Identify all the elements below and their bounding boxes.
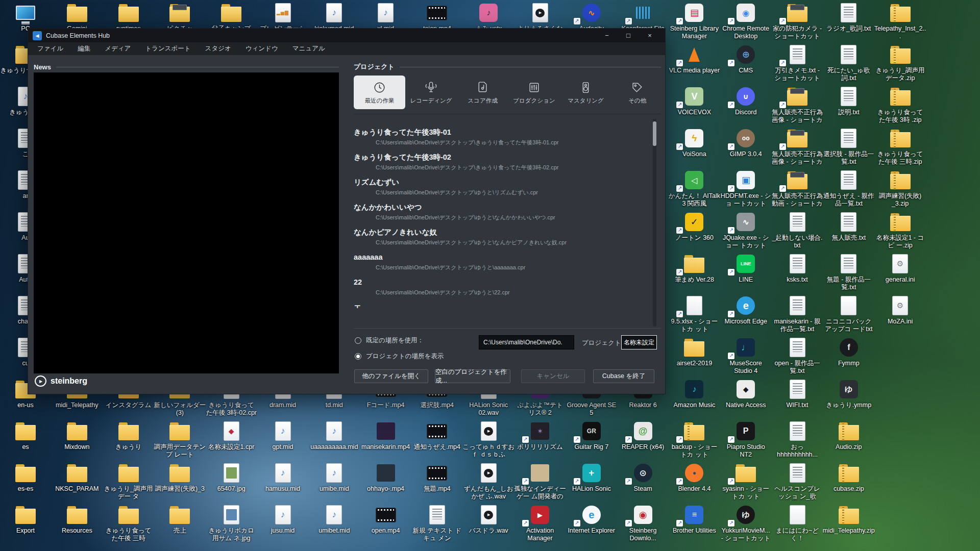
project-entry[interactable]: きゅうり食ってた午後3時-02C:\Users\malib\OneDrive\デ… bbox=[354, 153, 648, 171]
tab-mastering[interactable]: マスタリング bbox=[560, 76, 611, 109]
menu-media[interactable]: メディア bbox=[97, 44, 138, 53]
desktop-icon[interactable]: ↗無人販売不正行為 画像 - ショートカット bbox=[771, 128, 823, 166]
create-empty-project-button[interactable]: 空白のプロジェクトを作成... bbox=[435, 369, 510, 383]
desktop-icon[interactable]: 調声用データテンプ レート bbox=[154, 420, 206, 459]
default-path-field[interactable]: C:\Users\malib\OneDrive\Do. bbox=[479, 335, 574, 349]
desktop-icon[interactable]: ⚙MoZA.ini bbox=[874, 295, 926, 325]
desktop-icon[interactable]: ゆきゅうり.ymmp bbox=[823, 379, 875, 409]
desktop-icon[interactable]: ↗万引きメモ.txt - ショートカット bbox=[771, 44, 823, 82]
desktop-icon[interactable]: ♪uaaaaaaaaa.mid bbox=[308, 420, 360, 451]
quit-cubase-button[interactable]: Cubase を終了 bbox=[593, 369, 654, 383]
desktop-icon[interactable]: きゅうりボカロ用サム ネ.jpg bbox=[205, 504, 257, 542]
desktop-icon[interactable]: ◉↗Chrome Remote Desktop bbox=[720, 2, 772, 40]
desktop-icon[interactable]: きゅうり_調声用データ.zip bbox=[874, 44, 926, 82]
maximize-button[interactable]: □ bbox=[618, 29, 639, 42]
desktop-icon[interactable]: 死にたい_ゅ歌詞.txt bbox=[823, 44, 875, 82]
desktop-icon[interactable]: きゅうり bbox=[103, 420, 155, 451]
scrollbar-thumb[interactable] bbox=[653, 121, 656, 146]
tab-recent[interactable]: 最近の作業 bbox=[354, 76, 405, 109]
menu-transport[interactable]: トランスポート bbox=[138, 44, 198, 53]
desktop-icon[interactable]: ◉↗Steinberg Downlo... bbox=[617, 504, 669, 542]
desktop-icon[interactable]: Audio.zip bbox=[823, 420, 875, 451]
cancel-button[interactable]: キャンセル bbox=[521, 369, 585, 383]
desktop-icon[interactable]: 売上 bbox=[154, 504, 206, 535]
tab-other[interactable]: その他 bbox=[611, 76, 663, 109]
desktop-icon[interactable]: 名称未設定1 - コピ ー.zip bbox=[874, 211, 926, 249]
desktop-icon[interactable]: きゅうり食ってた午後 3時 .zip bbox=[874, 86, 926, 124]
desktop-icon[interactable]: ∪↗Discord bbox=[720, 86, 772, 116]
desktop-icon[interactable]: ohhayo-.mp4 bbox=[360, 462, 412, 493]
desktop-icon[interactable]: ↗無人販売不正行為 画像 - ショートカッ... bbox=[771, 86, 823, 124]
desktop-icon[interactable]: Resources bbox=[51, 504, 103, 535]
project-entry[interactable]: 22C:\Users\malib\OneDrive\デスクトップ\ゆうと\22.… bbox=[354, 278, 648, 296]
desktop-icon[interactable]: airset2-2019 bbox=[668, 337, 720, 367]
desktop-icon[interactable]: midi_Telepathy.zip bbox=[823, 504, 875, 535]
desktop-icon[interactable]: ゆ↗YukkuriMovieM... - ショートカット bbox=[720, 504, 772, 542]
project-entry[interactable]: なんかかわいいやつC:\Users\malib\OneDrive\デスクトップ\… bbox=[354, 203, 648, 221]
desktop-icon[interactable]: e↗Microsoft Edge bbox=[720, 295, 772, 325]
desktop-icon[interactable]: cubase.zip bbox=[823, 462, 875, 493]
desktop-icon[interactable]: きゅうり食ってた午後 三時.zip bbox=[874, 128, 926, 166]
menu-window[interactable]: ウィンドウ bbox=[238, 44, 285, 53]
desktop-icon[interactable]: ↗syasinn - ショートカ ット bbox=[720, 462, 772, 500]
desktop-icon[interactable]: ↗孤独なインディーゲー ム開発者の一生 ... bbox=[514, 462, 566, 501]
menu-edit[interactable]: 編集 bbox=[70, 44, 97, 53]
desktop-icon[interactable]: V↗VOICEVOX bbox=[668, 86, 720, 116]
desktop-icon[interactable]: @↗REAPER (x64) bbox=[617, 420, 669, 451]
desktop-icon[interactable]: ✓↗ノートン 360 bbox=[668, 211, 720, 242]
desktop-icon[interactable]: ♪Amazon Music bbox=[668, 379, 720, 409]
desktop-icon[interactable]: open.mp4 bbox=[360, 504, 412, 535]
desktop-icon[interactable]: 無人販売.txt bbox=[823, 211, 875, 242]
desktop-icon[interactable]: 通知うぜえ.mp4 bbox=[411, 420, 463, 451]
desktop-icon[interactable]: ▶ずんだもん_しおかぜ ふ.wav bbox=[462, 462, 514, 500]
menu-studio[interactable]: スタジオ bbox=[198, 44, 238, 53]
project-entry[interactable]: なんかピアノきれいな奴C:\Users\malib\OneDrive\デスクトッ… bbox=[354, 228, 648, 246]
desktop-icon[interactable]: +↗HALion Sonic bbox=[566, 462, 618, 493]
desktop-icon[interactable]: _起動しない場合. txt bbox=[771, 211, 823, 249]
desktop-icon[interactable]: ♪hamusu.mid bbox=[257, 462, 309, 493]
desktop-icon[interactable]: 通知うぜえ - 親作 品一覧.txt bbox=[823, 169, 875, 208]
desktop-icon[interactable]: 新規 テキスト ドキュ メント.musicxml bbox=[411, 504, 463, 543]
desktop-icon[interactable]: おっ hhhhhhhhhh... bbox=[771, 420, 823, 459]
project-entry[interactable]: エ bbox=[354, 303, 648, 308]
desktop-icon[interactable]: es-es bbox=[0, 462, 52, 493]
desktop-icon[interactable]: e↗Internet Explorer bbox=[566, 504, 618, 535]
desktop-icon[interactable]: ニコニコバックアップコ ードtxt bbox=[823, 295, 875, 333]
project-entry[interactable]: aaaaaaaC:\Users\malib\OneDrive\デスクトップ\ゆう… bbox=[354, 253, 648, 271]
desktop-icon[interactable]: ●↗Blender 4.4 bbox=[668, 462, 720, 493]
desktop-icon[interactable]: 調声練習(失敗) _3.zip bbox=[874, 169, 926, 208]
desktop-icon[interactable]: oo↗GIMP 3.0.4 bbox=[720, 128, 772, 158]
desktop-icon[interactable]: Telepathy_Inst_2... bbox=[874, 2, 926, 40]
desktop-icon[interactable]: P↗Piapro Studio NT2 bbox=[720, 420, 772, 459]
desktop-icon[interactable]: ✶↗ポリリリリズム bbox=[514, 420, 566, 451]
desktop-icon[interactable]: ♪umibe.mid bbox=[308, 462, 360, 493]
tab-scoring[interactable]: スコア作成 bbox=[457, 76, 508, 109]
desktop-icon[interactable]: Export bbox=[0, 504, 52, 535]
desktop-icon[interactable]: ♪umibet.mid bbox=[308, 504, 360, 535]
list-scrollbar[interactable] bbox=[653, 119, 656, 327]
desktop-icon[interactable]: ♪jusu.mid bbox=[257, 504, 309, 535]
desktop-icon[interactable]: ⊙↗Steam bbox=[617, 462, 669, 493]
desktop-icon[interactable]: きゅうり_調声用デー タ bbox=[103, 462, 155, 500]
desktop-icon[interactable]: ⚙general.ini bbox=[874, 253, 926, 284]
desktop-icon[interactable]: ▶↗Activation Manager bbox=[514, 504, 566, 542]
desktop-icon[interactable]: ↗VLC media player bbox=[668, 44, 720, 74]
desktop-icon[interactable]: ∿↗JQuake.exe - ショー トカット bbox=[720, 211, 772, 249]
desktop-icon[interactable]: ◆名称未設定1.cpr bbox=[205, 420, 257, 451]
desktop-icon[interactable]: Mixdown bbox=[51, 420, 103, 451]
desktop-icon[interactable]: ↗9.5.xlsx - ショートカ ット bbox=[668, 295, 720, 333]
radio-use-default-location[interactable]: 既定の場所を使用： bbox=[355, 336, 424, 345]
menu-manual[interactable]: マニュアル bbox=[285, 44, 332, 53]
radio-show-project-location[interactable]: プロジェクトの場所を表示 bbox=[355, 352, 444, 361]
desktop-icon[interactable]: open - 親作品一 覧.txt bbox=[771, 337, 823, 375]
desktop-icon[interactable]: 無題 - 親作品一 覧.txt bbox=[823, 253, 875, 291]
desktop-icon[interactable]: 65407.jpg bbox=[205, 462, 257, 493]
desktop-icon[interactable]: ヘルスコンプレッショ ン_歌詞.txt bbox=[771, 462, 823, 501]
desktop-icon[interactable]: 調声練習(失敗)_3 bbox=[154, 462, 206, 493]
desktop-icon[interactable]: ↗backup - ショートカ ット bbox=[668, 420, 720, 459]
desktop-icon[interactable]: manisekarin - 親 作品一覧.txt bbox=[771, 295, 823, 333]
desktop-icon[interactable]: ⊕↗CMS bbox=[720, 44, 772, 74]
tab-production[interactable]: プロダクション bbox=[508, 76, 560, 109]
desktop-icon[interactable]: ↗筆まめ Ver.28 bbox=[668, 253, 720, 284]
desktop-icon[interactable]: ↗無人販売不正行為 動画 - ショートカット bbox=[771, 169, 823, 208]
